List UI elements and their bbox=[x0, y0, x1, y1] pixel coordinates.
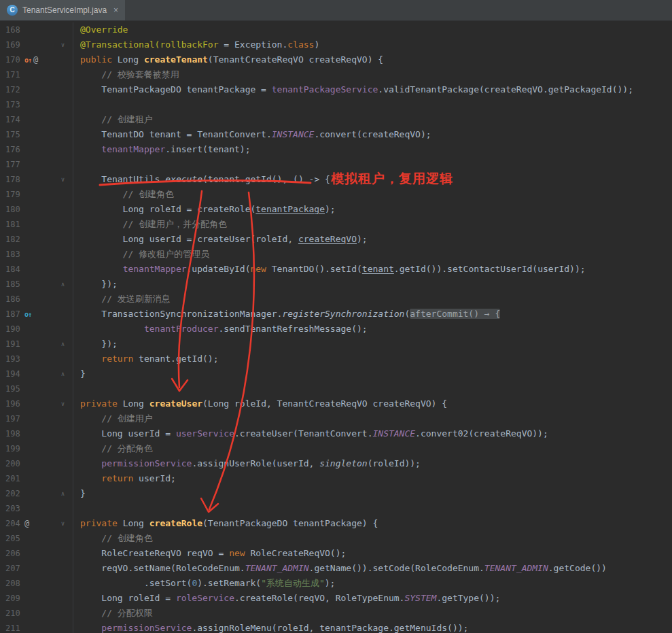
tab-title: TenantServiceImpl.java bbox=[22, 5, 107, 15]
code-text[interactable]: Long userId = createUser(roleId, createR… bbox=[73, 232, 672, 247]
code-text[interactable]: private Long createRole(TenantPackageDO … bbox=[73, 516, 672, 531]
code-text[interactable]: return userId; bbox=[73, 471, 672, 486]
code-text[interactable]: TenantPackageDO tenantPackage = tenantPa… bbox=[73, 82, 672, 97]
code-line: 208 .setSort(0).setRemark("系统自动生成"); bbox=[0, 576, 672, 591]
token: permissionService bbox=[101, 458, 192, 468]
gutter-icon-area bbox=[23, 456, 53, 471]
code-text[interactable]: // 修改租户的管理员 bbox=[73, 247, 672, 262]
code-text[interactable] bbox=[73, 381, 672, 396]
gutter-icon-area bbox=[23, 546, 53, 561]
code-text[interactable]: }); bbox=[73, 277, 672, 292]
fold-toggle bbox=[53, 546, 73, 561]
line-number: 184 bbox=[0, 262, 23, 277]
gutter-icon-area bbox=[23, 591, 53, 606]
code-text[interactable]: // 分配角色 bbox=[73, 441, 672, 456]
token: public bbox=[80, 54, 118, 65]
line-number: 211 bbox=[0, 621, 23, 633]
token: RoleCreateReqVO(); bbox=[245, 548, 347, 558]
code-text[interactable] bbox=[73, 97, 672, 112]
annotation-marker-icon[interactable]: @ bbox=[24, 519, 29, 528]
code-text[interactable]: // 创建角色 bbox=[73, 187, 672, 202]
fold-toggle[interactable]: ∨ bbox=[53, 172, 73, 187]
code-text[interactable]: // 创建角色 bbox=[73, 531, 672, 546]
line-number: 185 bbox=[0, 277, 23, 292]
code-text[interactable]: TransactionSynchronizationManager.regist… bbox=[73, 307, 672, 322]
line-number: 191 bbox=[0, 337, 23, 352]
tab-close-icon[interactable]: × bbox=[113, 5, 118, 15]
fold-toggle bbox=[53, 441, 73, 456]
code-text[interactable]: // 创建用户 bbox=[73, 411, 672, 426]
fold-toggle[interactable]: ∧ bbox=[53, 366, 73, 381]
code-text[interactable]: private Long createUser(Long roleId, Ten… bbox=[73, 396, 672, 411]
fold-toggle[interactable]: ∧ bbox=[53, 277, 73, 292]
code-text[interactable]: // 发送刷新消息 bbox=[73, 292, 672, 307]
token: new bbox=[250, 264, 266, 274]
fold-toggle bbox=[53, 531, 73, 546]
line-number: 190 bbox=[0, 322, 23, 337]
fold-toggle bbox=[53, 456, 73, 471]
token: TransactionSynchronizationManager. bbox=[80, 309, 282, 319]
token: tenantPackageService bbox=[272, 84, 378, 95]
code-text[interactable]: reqVO.setName(RoleCodeEnum.TENANT_ADMIN.… bbox=[73, 561, 672, 576]
token: (roleId)); bbox=[368, 458, 421, 468]
code-text[interactable]: permissionService.assignRoleMenu(roleId,… bbox=[73, 621, 672, 633]
code-text[interactable]: Long userId = userService.createUser(Ten… bbox=[73, 426, 672, 441]
code-text[interactable]: @Transactional(rollbackFor = Exception.c… bbox=[73, 37, 672, 52]
tab-tenantserviceimpl-java[interactable]: C TenantServiceImpl.java × bbox=[0, 0, 125, 20]
annotation-marker-icon[interactable]: @ bbox=[33, 55, 38, 65]
code-text[interactable]: tenantProducer.sendTenantRefreshMessage(… bbox=[73, 322, 672, 337]
code-text[interactable]: permissionService.assignUserRole(userId,… bbox=[73, 456, 672, 471]
token: .getCode()) bbox=[548, 563, 607, 573]
fold-toggle[interactable]: ∨ bbox=[53, 516, 73, 531]
code-text[interactable]: Long roleId = createRole(tenantPackage); bbox=[73, 202, 672, 217]
token bbox=[80, 458, 101, 468]
code-text[interactable]: tenantMapper.insert(tenant); bbox=[73, 142, 672, 157]
code-text[interactable]: return tenant.getId(); bbox=[73, 352, 672, 366]
code-text[interactable]: // 分配权限 bbox=[73, 606, 672, 621]
line-number: 200 bbox=[0, 456, 23, 471]
code-line: 183 // 修改租户的管理员 bbox=[0, 247, 672, 262]
code-text[interactable]: }); bbox=[73, 337, 672, 352]
code-text[interactable]: // 校验套餐被禁用 bbox=[73, 67, 672, 82]
token: tenant bbox=[362, 264, 394, 274]
gutter-icon-area bbox=[23, 82, 53, 97]
gutter-icon-area bbox=[23, 337, 53, 352]
fold-toggle[interactable]: ∧ bbox=[53, 337, 73, 352]
token: roleService bbox=[176, 593, 234, 603]
token: INSTANCE bbox=[372, 428, 415, 439]
fold-toggle[interactable]: ∧ bbox=[53, 486, 73, 501]
fold-toggle bbox=[53, 262, 73, 277]
token: TenantDO tenant = TenantConvert. bbox=[80, 129, 272, 139]
line-number: 170 bbox=[0, 52, 23, 67]
line-number: 210 bbox=[0, 606, 23, 621]
token bbox=[80, 473, 101, 483]
token: // 创建用户 bbox=[80, 413, 153, 424]
line-number: 175 bbox=[0, 127, 23, 142]
code-text[interactable]: TenantDO tenant = TenantConvert.INSTANCE… bbox=[73, 127, 672, 142]
code-text[interactable]: } bbox=[73, 366, 672, 381]
token bbox=[80, 324, 144, 334]
code-text[interactable]: public Long createTenant(TenantCreateReq… bbox=[73, 52, 672, 67]
gutter-icon-area bbox=[23, 396, 53, 411]
implement-marker-icon[interactable]: o↑ bbox=[24, 311, 31, 318]
code-text[interactable]: } bbox=[73, 486, 672, 501]
code-text[interactable]: @Override bbox=[73, 22, 672, 37]
code-text[interactable]: RoleCreateReqVO reqVO = new RoleCreateRe… bbox=[73, 546, 672, 561]
code-text[interactable] bbox=[73, 501, 672, 516]
annotation-note: 模拟租户，复用逻辑 bbox=[331, 170, 453, 188]
code-text[interactable]: Long roleId = roleService.createRole(req… bbox=[73, 591, 672, 606]
token: (TenantPackageDO tenantPackage) { bbox=[202, 518, 378, 528]
line-number: 179 bbox=[0, 187, 23, 202]
fold-toggle bbox=[53, 501, 73, 516]
token: "系统自动生成" bbox=[261, 578, 325, 588]
fold-toggle[interactable]: ∨ bbox=[53, 396, 73, 411]
override-marker-icon[interactable]: o↑ bbox=[24, 56, 31, 64]
line-number: 194 bbox=[0, 366, 23, 381]
token: singleton bbox=[319, 458, 367, 468]
code-text[interactable]: .setSort(0).setRemark("系统自动生成"); bbox=[73, 576, 672, 591]
code-text[interactable]: // 创建用户，并分配角色 bbox=[73, 217, 672, 232]
code-text[interactable]: tenantMapper.updateById(new TenantDO().s… bbox=[73, 262, 672, 277]
token: .updateById( bbox=[187, 264, 251, 274]
fold-toggle[interactable]: ∨ bbox=[53, 37, 73, 52]
code-text[interactable]: // 创建租户 bbox=[73, 112, 672, 127]
